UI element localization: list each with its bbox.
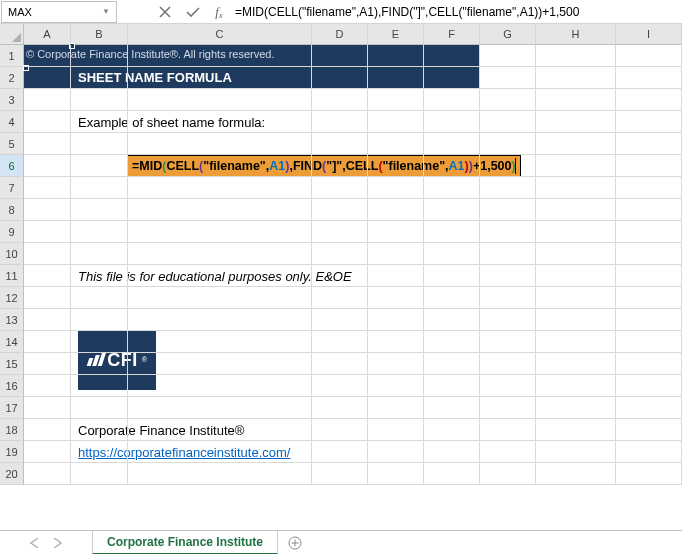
column-header-c[interactable]: C <box>128 24 312 45</box>
row-header-14[interactable]: 14 <box>0 331 24 353</box>
row-header-strip: 1234567891011121314151617181920 <box>0 24 24 530</box>
plus-circle-icon <box>288 536 302 550</box>
row-header-4[interactable]: 4 <box>0 111 24 133</box>
name-box[interactable]: MAX ▼ <box>1 1 117 23</box>
formula-bar-input[interactable] <box>231 5 682 19</box>
cfi-logo: CFI ® <box>78 330 156 390</box>
x-icon <box>159 6 171 18</box>
select-all-corner[interactable] <box>0 24 24 45</box>
row-header-19[interactable]: 19 <box>0 441 24 463</box>
logo-bars-icon <box>88 352 104 366</box>
column-header-f[interactable]: F <box>424 24 480 45</box>
sheet-title: SHEET NAME FORMULA <box>78 70 232 85</box>
row-header-17[interactable]: 17 <box>0 397 24 419</box>
company-name: Corporate Finance Institute® <box>78 423 244 438</box>
tab-nav <box>0 538 92 548</box>
row-header-18[interactable]: 18 <box>0 419 24 441</box>
column-header-d[interactable]: D <box>312 24 368 45</box>
tab-next-icon[interactable] <box>53 538 62 548</box>
name-box-value: MAX <box>8 6 32 18</box>
column-header-b[interactable]: B <box>71 24 128 45</box>
spreadsheet-grid: 1234567891011121314151617181920 ABCDEFGH… <box>0 24 682 530</box>
row-header-10[interactable]: 10 <box>0 243 24 265</box>
column-header-i[interactable]: I <box>616 24 682 45</box>
sheet-tab-strip: Corporate Finance Institute <box>0 530 682 554</box>
column-header-h[interactable]: H <box>536 24 616 45</box>
tab-prev-icon[interactable] <box>30 538 39 548</box>
row-header-2[interactable]: 2 <box>0 67 24 89</box>
add-sheet-button[interactable] <box>278 536 312 550</box>
check-icon <box>186 6 200 18</box>
sheet-tab-active[interactable]: Corporate Finance Institute <box>92 531 278 555</box>
logo-registered: ® <box>142 356 147 363</box>
column-header-a[interactable]: A <box>24 24 71 45</box>
company-url-link[interactable]: https://corporatefinanceinstitute.com/ <box>78 445 290 460</box>
fx-button[interactable]: fx <box>207 4 231 20</box>
example-label: Example of sheet name formula: <box>78 115 265 130</box>
row-header-12[interactable]: 12 <box>0 287 24 309</box>
row-header-9[interactable]: 9 <box>0 221 24 243</box>
row-header-6[interactable]: 6 <box>0 155 24 177</box>
column-header-e[interactable]: E <box>368 24 424 45</box>
formula-edit-cell[interactable]: =MID(CELL("filename",A1),FIND("]",CELL("… <box>127 155 521 177</box>
copyright-text: © Corporate Finance Institute®. All righ… <box>26 48 275 60</box>
row-header-3[interactable]: 3 <box>0 89 24 111</box>
cancel-button[interactable] <box>151 1 179 23</box>
cell-area[interactable]: © Corporate Finance Institute®. All righ… <box>24 45 682 530</box>
enter-button[interactable] <box>179 1 207 23</box>
row-header-5[interactable]: 5 <box>0 133 24 155</box>
row-header-15[interactable]: 15 <box>0 353 24 375</box>
column-header-g[interactable]: G <box>480 24 536 45</box>
row-header-13[interactable]: 13 <box>0 309 24 331</box>
name-box-dropdown-icon[interactable]: ▼ <box>102 7 110 16</box>
formula-bar-row: MAX ▼ fx <box>0 0 682 24</box>
row-header-20[interactable]: 20 <box>0 463 24 485</box>
column-header-strip: ABCDEFGHI <box>24 24 682 45</box>
row-header-16[interactable]: 16 <box>0 375 24 397</box>
sheet-tab-label: Corporate Finance Institute <box>107 535 263 549</box>
row-header-1[interactable]: 1 <box>0 45 24 67</box>
row-header-7[interactable]: 7 <box>0 177 24 199</box>
row-header-11[interactable]: 11 <box>0 265 24 287</box>
row-header-8[interactable]: 8 <box>0 199 24 221</box>
formula-content[interactable]: =MID(CELL("filename",A1),FIND("]",CELL("… <box>127 155 521 177</box>
